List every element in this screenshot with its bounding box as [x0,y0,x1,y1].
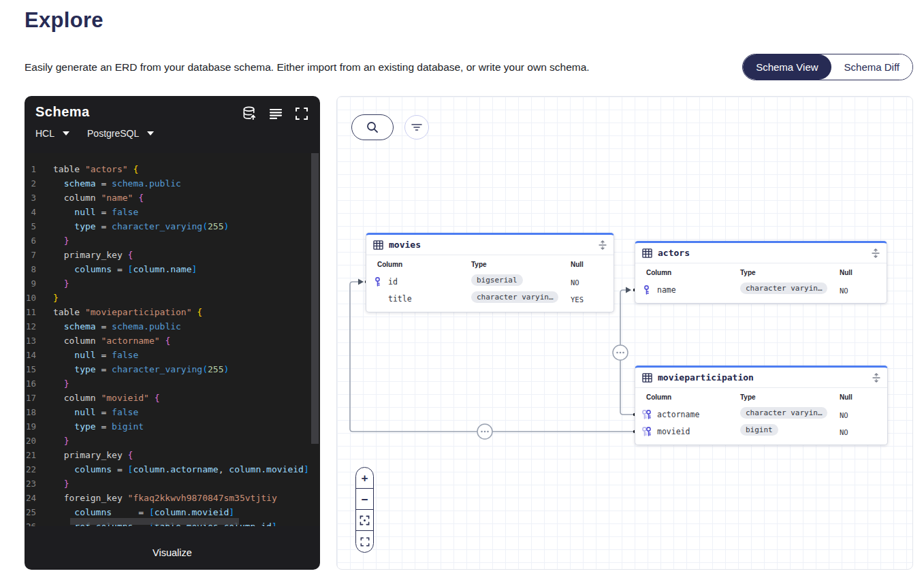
table-row: movieidbigintNO [635,423,887,440]
line-number: 15 [25,362,53,376]
column-null-value: NO [840,287,848,295]
schema-panel-title: Schema [35,104,90,120]
table-row: titlecharacter varyin…YES [366,290,614,307]
erd-node-actors[interactable]: actorsColumnTypeNullnamecharacter varyin… [635,241,887,304]
line-number: 19 [25,419,53,434]
code-line: 1table "actors" { [25,162,320,176]
line-number: 3 [25,191,53,205]
column-null-value: NO [571,278,579,287]
chevron-down-icon [63,131,69,135]
expand-node-button[interactable] [872,248,880,258]
column-type-badge: bigserial [471,274,523,286]
edge-relation-badge[interactable] [613,345,628,360]
fit-view-button[interactable] [356,510,373,531]
editor-toolbar [242,106,309,121]
erd-canvas[interactable]: moviesColumnTypeNullidbigserialNOtitlech… [336,96,913,570]
column-null-value: NO [840,411,848,419]
language-value: HCL [35,128,54,139]
node-header[interactable]: movies [366,235,614,255]
line-number: 10 [25,291,53,305]
code-line: 8 columns = [column.name] [25,262,320,276]
editor-horizontal-scrollbar[interactable] [70,518,306,525]
code-line: 10} [25,291,320,305]
code-line: 4 null = false [25,205,320,219]
code-line: 25 columns = [column.movieid] [25,505,320,519]
node-title: movieparticipation [658,372,754,383]
node-column-headers: ColumnTypeNull [635,388,887,406]
erd-node-movies[interactable]: moviesColumnTypeNullidbigserialNOtitlech… [366,233,614,312]
line-number: 7 [25,248,53,262]
expand-node-button[interactable] [872,373,880,383]
language-select[interactable]: HCL [35,128,69,139]
code-line: 6 } [25,233,320,248]
expand-node-button[interactable] [599,240,607,250]
line-number: 16 [25,376,53,391]
line-number: 14 [25,348,53,362]
column-name: name [657,285,676,295]
editor-vertical-scrollbar[interactable] [310,153,319,526]
align-left-icon[interactable] [268,106,283,121]
column-name: title [388,294,412,304]
code-line: 19 type = bigint [25,419,320,434]
column-null-value: YES [571,295,584,304]
tab-schema-diff[interactable]: Schema Diff [831,54,912,80]
dialect-value: PostgreSQL [87,128,139,139]
table-icon [642,248,652,258]
line-number: 24 [25,491,53,505]
line-number: 17 [25,391,53,405]
filter-button[interactable] [404,115,429,140]
line-number: 9 [25,276,53,291]
line-number: 25 [25,505,53,519]
chevron-down-icon [147,131,154,135]
primary-foreign-key-icon [641,427,652,436]
code-line: 5 type = character_varying(255) [25,219,320,233]
code-line: 15 type = character_varying(255) [25,362,320,376]
erd-node-movieparticipation[interactable]: movieparticipationColumnTypeNullactornam… [635,366,888,445]
code-editor[interactable]: 1table "actors" {2 schema = schema.publi… [25,153,320,526]
primary-key-icon [374,277,381,287]
column-name: id [388,277,398,287]
column-null-value: NO [840,428,848,436]
zoom-controls: + − [355,467,374,553]
line-number: 11 [25,305,53,319]
table-row: namecharacter varyin…NO [635,281,887,298]
line-number: 20 [25,434,53,448]
code-line: 21 primary_key { [25,448,320,462]
node-header[interactable]: movieparticipation [635,368,887,388]
tab-schema-view[interactable]: Schema View [743,54,831,80]
line-number: 5 [25,219,53,233]
code-line: 9 } [25,276,320,291]
code-line: 7 primary_key { [25,248,320,262]
visualize-button[interactable]: Visualize [25,536,320,570]
fullscreen-canvas-button[interactable] [356,531,373,552]
code-line: 22 columns = [column.actorname, column.m… [25,462,320,476]
line-number: 6 [25,233,53,248]
unfold-icon [872,373,880,383]
search-button[interactable] [351,114,394,140]
edge-arrowhead [626,287,631,293]
node-title: actors [658,248,690,258]
view-toggle: Schema View Schema Diff [742,54,913,80]
code-line: 17 column "movieid" { [25,391,320,405]
table-row: actornamecharacter varyin…NO [635,406,887,423]
fullscreen-icon[interactable] [293,106,309,121]
zoom-in-button[interactable]: + [356,468,373,489]
erd-edges [337,97,914,570]
edge-relation-badge[interactable] [477,424,492,439]
line-number: 23 [25,476,53,491]
dialect-select[interactable]: PostgreSQL [87,128,154,139]
edge-arrowhead [358,279,364,285]
node-header[interactable]: actors [635,243,887,263]
line-number: 26 [25,519,53,526]
editor-language-row: HCL PostgreSQL [35,128,154,139]
page-title: Explore [25,8,103,33]
schema-editor-panel: Schema HCL PostgreSQL [25,96,320,570]
line-number: 4 [25,205,53,219]
fullscreen-icon [360,537,370,547]
code-line: 16 } [25,376,320,391]
code-line: 12 schema = schema.public [25,319,320,334]
unfold-icon [599,240,607,250]
zoom-out-button[interactable]: − [356,489,373,510]
database-import-icon[interactable] [242,106,257,121]
edge-actorname-to-actors [620,290,635,415]
